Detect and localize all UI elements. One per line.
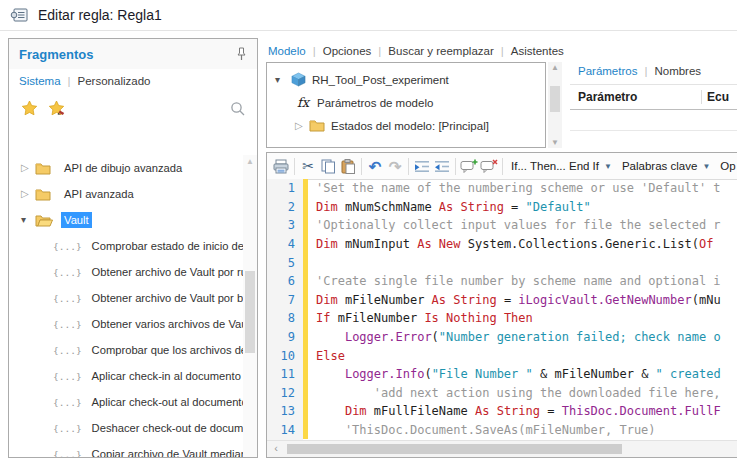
snippets-toolbar [9, 93, 257, 123]
tree-snippet-item[interactable]: {...}Comprobar que los archivos de V [9, 337, 243, 363]
code-line[interactable]: 13 Dim mFullFileName As String = ThisDoc… [267, 402, 737, 421]
tree-snippet-item[interactable]: {...}Obtener varios archivos de Vault [9, 311, 243, 337]
tree-snippet-item[interactable]: {...}Aplicar check-in al documento ac [9, 363, 243, 389]
indent-icon[interactable] [412, 156, 432, 176]
snippet-braces-icon: {...} [53, 345, 82, 356]
snippets-panel: Fragmentos Sistema | Personalizado ▷API … [8, 38, 258, 458]
tree-snippet-item[interactable]: {...}Aplicar check-out al documento a [9, 389, 243, 415]
tree-snippet-item[interactable]: {...}Obtener archivo de Vault por rut [9, 259, 243, 285]
snippet-braces-icon: {...} [53, 423, 82, 434]
folder-icon [35, 188, 55, 201]
code-line[interactable]: 12 'add next action using the downloaded… [267, 384, 737, 403]
print-icon[interactable] [271, 156, 291, 176]
tree-item-label: Copiar archivo de Vault mediante [89, 446, 243, 457]
code-line[interactable]: 5 [267, 253, 737, 272]
tab-modelo[interactable]: Modelo [268, 45, 306, 57]
code-area[interactable]: 1'Set the name of the numbering scheme o… [267, 179, 737, 441]
tree-snippet-item[interactable]: {...}Comprobar estado de inicio de se [9, 233, 243, 259]
tab-personalizado[interactable]: Personalizado [78, 75, 151, 87]
snippets-scrollbar[interactable]: ▲ [243, 155, 257, 457]
window-title: Editar regla: Regla1 [38, 7, 162, 23]
model-states-row[interactable]: ▷ Estados del modelo: [Principal] [267, 114, 545, 137]
code-text: If mFileNumber Is Nothing Then [316, 311, 533, 325]
code-line[interactable]: 7Dim mFileNumber As String = iLogicVault… [267, 291, 737, 310]
code-line[interactable]: 4Dim mNumInput As New System.Collections… [267, 235, 737, 254]
snippet-braces-icon: {...} [53, 293, 82, 304]
part-cube-icon [291, 72, 306, 87]
tree-folder-item[interactable]: ▷API avanzada [9, 181, 243, 207]
cut-icon[interactable]: ✂ [298, 156, 318, 176]
changed-line-bar [303, 179, 308, 198]
code-text: Dim mNumSchmName As String = "Default" [316, 200, 591, 214]
tab-nombres[interactable]: Nombres [654, 65, 701, 77]
dropdown-caret-icon: ▼ [604, 162, 612, 171]
remove-comment-icon[interactable] [479, 156, 499, 176]
changed-line-bar [303, 309, 308, 328]
tab-parametros[interactable]: Parámetros [578, 65, 637, 77]
line-number: 7 [267, 293, 303, 307]
paste-icon[interactable] [338, 156, 358, 176]
palabras-clave-button[interactable]: Palabras clave ▼ [617, 160, 715, 172]
snippets-tree: ▷API de dibujo avanzada▷API avanzada▾Vau… [9, 155, 243, 457]
tab-asistentes[interactable]: Asistentes [511, 45, 564, 57]
code-line[interactable]: 2Dim mNumSchmName As String = "Default" [267, 198, 737, 217]
chevron-collapsed-icon[interactable]: ▷ [21, 189, 35, 199]
tree-snippet-item[interactable]: {...}Copiar archivo de Vault mediante [9, 441, 243, 457]
edit-star-icon[interactable] [48, 100, 67, 116]
favorites-star-icon[interactable] [21, 100, 38, 116]
chevron-expanded-icon[interactable]: ▾ [21, 215, 35, 225]
tree-folder-item[interactable]: ▷API de dibujo avanzada [9, 155, 243, 181]
if-then-endif-button[interactable]: If... Then... End If ▼ [506, 160, 617, 172]
code-line[interactable]: 11 Logger.Info("File Number " & mFileNum… [267, 365, 737, 384]
outdent-icon[interactable] [432, 156, 452, 176]
tree-snippet-item[interactable]: {...}Deshacer check-out de documen [9, 415, 243, 441]
redo-icon[interactable]: ↷ [385, 156, 405, 176]
column-ecuacion: Ecu [701, 90, 737, 104]
toolbar-separator [502, 158, 503, 175]
line-number: 6 [267, 274, 303, 288]
scrollbar-thumb[interactable] [287, 444, 622, 454]
scroll-up-icon[interactable]: ▲ [243, 157, 257, 166]
undo-icon[interactable]: ↶ [365, 156, 385, 176]
scroll-left-icon[interactable]: ‹ [269, 442, 283, 454]
code-line[interactable]: 6'Create single file number by scheme na… [267, 272, 737, 291]
code-line[interactable]: 1'Set the name of the numbering scheme o… [267, 179, 737, 198]
scrollbar-thumb[interactable] [245, 271, 255, 353]
title-bar: Editar regla: Regla1 [0, 0, 737, 31]
operadores-button[interactable]: Op [715, 160, 737, 172]
snippets-panel-title: Fragmentos [19, 47, 93, 62]
pin-icon[interactable] [236, 47, 247, 61]
column-parametro: Parámetro [570, 90, 701, 104]
model-root-row[interactable]: ▾ RH_Tool_Post_experiment [267, 68, 545, 91]
tree-snippet-item[interactable]: {...}Obtener archivo de Vault por bús [9, 285, 243, 311]
folder-icon [35, 214, 55, 227]
chevron-expanded-icon[interactable]: ▾ [275, 75, 289, 85]
params-empty-row[interactable] [570, 110, 737, 131]
tree-item-label: Vault [61, 212, 92, 228]
code-line[interactable]: 14 'ThisDoc.Document.SaveAs(mFileNumber,… [267, 421, 737, 440]
scroll-down-icon[interactable]: ▼ [548, 138, 562, 147]
scrollbar-thumb[interactable] [550, 86, 560, 112]
tab-sistema[interactable]: Sistema [19, 75, 61, 87]
tab-buscar-y-reemplazar[interactable]: Buscar y reemplazar [388, 45, 493, 57]
changed-line-bar [303, 272, 308, 291]
code-line[interactable]: 10Else [267, 346, 737, 365]
params-table-header: Parámetro Ecu [570, 84, 737, 110]
code-line[interactable]: 9 Logger.Error("Number generation failed… [267, 328, 737, 347]
tree-folder-item[interactable]: ▾Vault [9, 207, 243, 233]
chevron-collapsed-icon[interactable]: ▷ [295, 121, 309, 131]
changed-line-bar [303, 402, 308, 421]
copy-icon[interactable] [318, 156, 338, 176]
snippet-braces-icon: {...} [53, 449, 82, 458]
code-line[interactable]: 3'Optionally collect input values for fi… [267, 216, 737, 235]
model-tree-scrollbar[interactable]: ▲ ▼ [548, 62, 562, 148]
search-icon[interactable] [230, 101, 245, 116]
horizontal-scrollbar[interactable]: ‹ [267, 440, 737, 457]
model-params-row[interactable]: fx Parámetros de modelo [267, 91, 545, 114]
tab-opciones[interactable]: Opciones [323, 45, 372, 57]
add-comment-icon[interactable] [459, 156, 479, 176]
line-number: 3 [267, 218, 303, 232]
chevron-collapsed-icon[interactable]: ▷ [21, 163, 35, 173]
code-line[interactable]: 8If mFileNumber Is Nothing Then [267, 309, 737, 328]
scroll-up-icon[interactable]: ▲ [548, 63, 562, 72]
